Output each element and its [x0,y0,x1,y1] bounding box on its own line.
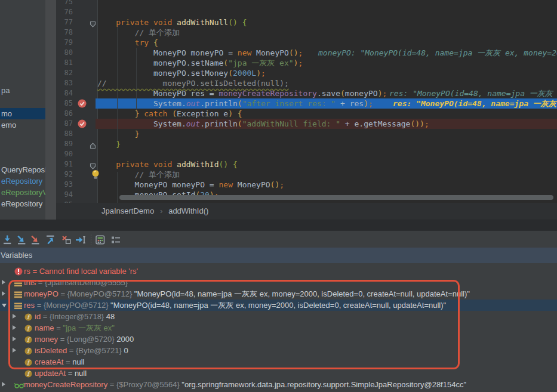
code-line-90[interactable] [97,149,557,159]
code-line-89[interactable]: } [97,139,557,149]
horizontal-scrollbar[interactable] [119,195,553,200]
variable-text: this = {JpaInsertDemo@5555} [24,277,128,288]
step-into-icon[interactable] [16,234,27,245]
variables-panel-header: Variables [0,248,557,263]
expand-arrow-icon[interactable] [13,337,16,341]
variable-row-this[interactable]: this = {JpaInsertDemo@5555} [0,277,557,288]
line-number: 80 [56,48,73,58]
code-line-80[interactable]: MoneyPO moneyPO = new MoneyPO();moneyPO:… [97,48,557,58]
code-editor[interactable]: 7576777879808182838485868788899091929394… [0,0,557,203]
line-number: 77 [56,17,73,27]
sidebar-item-emo[interactable]: emo [1,120,16,130]
line-number: 84 [56,88,73,98]
expand-arrow-icon[interactable] [13,325,16,330]
sidebar-item-eRepository[interactable]: eRepository [1,176,42,186]
sidebar-item-pa[interactable]: pa [1,85,10,95]
fold-marker-icon[interactable] [90,19,96,30]
fold-marker-icon[interactable] [90,161,96,172]
expand-arrow-icon[interactable] [13,348,16,353]
code-line-82[interactable]: moneyPO.setMoney(2000L); [97,68,557,78]
breadcrumb-separator-icon: › [160,207,162,215]
inline-debugger-hint: res: "MoneyPO(id=48, name=jpa 一灰灰 ex, mo… [393,98,557,109]
variable-row-res[interactable]: res = {MoneyPO@5712} "MoneyPO(id=48, nam… [0,300,557,311]
code-line-88[interactable]: } [97,129,557,139]
variable-row-createAt[interactable]: fcreateAt = null [0,356,557,368]
variable-row-money[interactable]: fmoney = {Long@5720} 2000 [0,334,557,345]
line-number: 85 [56,98,73,109]
code-line-93[interactable]: MoneyPO moneyPO = new MoneyPO(); [97,180,557,190]
code-line-83[interactable]: // moneyPO.setIsDeleted(null); [97,78,557,88]
sidebar-scrollbar[interactable] [45,0,56,220]
code-line-86[interactable]: } catch (Exception e) { [97,109,557,119]
line-number: 89 [56,139,73,149]
watch-icon [14,381,24,392]
sidebar-item-QueryReposi[interactable]: QueryReposi [1,165,45,175]
variable-text: createAt = null [35,356,85,368]
variable-row-updateAt[interactable]: fupdateAt = null [0,368,557,379]
variable-text: updateAt = null [35,368,87,379]
line-number: 83 [56,78,73,88]
fold-marker-icon[interactable] [90,141,96,152]
expand-arrow-icon[interactable] [2,382,5,387]
breakpoint-icon[interactable] [78,119,87,131]
variable-text: moneyCreateRepository = {$Proxy70@5564} … [24,379,466,390]
run-to-cursor-icon[interactable] [75,234,86,245]
variable-text: money = {Long@5720} 2000 [35,334,134,345]
breadcrumb-class[interactable]: JpaInsertDemo [101,206,154,215]
expand-arrow-icon[interactable] [2,304,7,307]
variable-row-id[interactable]: fid = {Integer@5718} 48 [0,311,557,322]
line-number: 86 [56,109,73,119]
line-number: 91 [56,159,73,169]
line-number: 76 [56,7,73,17]
code-line-92[interactable]: // 单个添加 [97,169,557,180]
code-line-85[interactable]: System.out.println("after insert res: " … [97,98,557,109]
variable-row-moneyPO[interactable]: moneyPO = {MoneyPO@5712} "MoneyPO(id=48,… [0,288,557,300]
variable-text: rs = Cannot find local variable 'rs' [24,266,138,277]
line-number: 87 [56,119,73,129]
line-number: 81 [56,58,73,68]
evaluate-expression-icon[interactable] [95,234,106,245]
breadcrumb-method[interactable]: addWithId() [168,206,208,215]
code-line-77[interactable]: private void addWithNull() { [97,17,557,27]
threads-view-icon[interactable] [110,234,121,245]
code-line-76[interactable] [97,7,557,17]
line-number: 79 [56,38,73,48]
variable-text: name = "jpa 一灰灰 ex" [35,322,115,334]
expand-arrow-icon[interactable] [13,314,16,319]
variable-row-rs[interactable]: rs = Cannot find local variable 'rs' [0,266,557,277]
expand-arrow-icon[interactable] [2,280,5,285]
project-sidebar[interactable]: pamoemoQueryReposieRepositoryeRepository… [0,0,45,220]
line-number: 82 [56,68,73,78]
step-out-icon[interactable] [45,234,56,245]
expand-arrow-icon[interactable] [2,291,5,296]
variable-text: moneyPO = {MoneyPO@5712} "MoneyPO(id=48,… [24,288,470,300]
code-line-79[interactable]: try { [97,38,557,48]
step-over-icon[interactable] [2,234,13,245]
sidebar-item-mo[interactable]: mo [1,109,12,119]
code-line-84[interactable]: MoneyPO res = moneyCreateRepository.save… [97,88,557,98]
line-number: 90 [56,149,73,159]
variable-row-moneyCreateRepository[interactable]: moneyCreateRepository = {$Proxy70@5564} … [0,379,557,390]
toolbar-separator [91,234,91,245]
line-number: 92 [56,169,73,180]
line-number: 75 [56,0,73,7]
sidebar-item-eRepositoryV[interactable]: eRepositoryV [1,187,45,197]
breadcrumb: JpaInsertDemo›addWithId() [56,203,557,220]
debug-stepping-toolbar [0,230,557,248]
code-line-78[interactable]: // 单个添加 [97,27,557,38]
variable-row-isDeleted[interactable]: fisDeleted = {Byte@5721} 0 [0,345,557,356]
code-line-81[interactable]: moneyPO.setName("jpa 一灰灰 ex"); [97,58,557,68]
sidebar-item-eRepository[interactable]: eRepository [1,199,42,209]
ide-window: 7576777879808182838485868788899091929394… [0,0,557,392]
breakpoint-icon[interactable] [78,99,87,110]
variable-text: res = {MoneyPO@5712} "MoneyPO(id=48, nam… [24,300,446,311]
variable-text: isDeleted = {Byte@5721} 0 [35,345,128,356]
drop-frame-icon[interactable] [61,234,72,245]
panel-divider [0,220,557,230]
variable-row-name[interactable]: fname = "jpa 一灰灰 ex" [0,322,557,334]
code-line-87[interactable]: System.out.println("addWithNull field: "… [97,119,557,129]
code-line-75[interactable] [97,0,557,7]
variables-tree[interactable]: rs = Cannot find local variable 'rs'this… [0,263,557,392]
force-step-into-icon[interactable] [30,234,41,245]
code-line-91[interactable]: private void addWithId() { [97,159,557,169]
